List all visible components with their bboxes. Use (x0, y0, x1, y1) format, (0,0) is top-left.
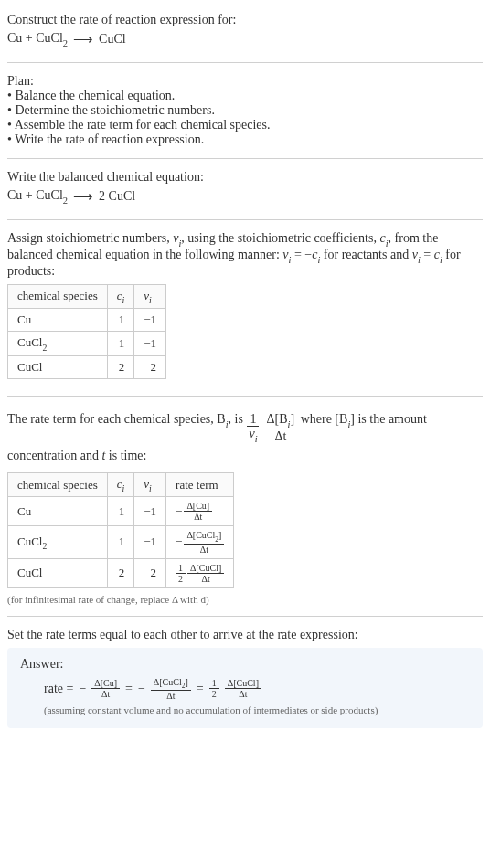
cell-species: Cu (8, 309, 108, 332)
fraction-half: 1 2 (176, 563, 186, 584)
cell-ci: 2 (107, 355, 134, 378)
col-ci: ci (107, 472, 134, 497)
cell-ci: 1 (107, 497, 134, 526)
stoich-section: Assign stoichiometric numbers, νi, using… (7, 226, 483, 390)
col-ci: ci (107, 284, 134, 309)
cell-species: CuCl2 (8, 332, 108, 356)
stoich-text: Assign stoichiometric numbers, νi, using… (7, 231, 483, 279)
fraction: Δ[Cu] Δt (91, 678, 120, 699)
eq-lhs: Cu + CuCl2 (7, 188, 68, 205)
col-rate: rate term (166, 472, 234, 497)
divider (7, 62, 483, 63)
cell-nui: −1 (134, 309, 166, 332)
table-header-row: chemical species ci νi rate term (8, 472, 234, 497)
divider (7, 616, 483, 617)
intro-prompt: Construct the rate of reaction expressio… (7, 13, 483, 27)
rate-text: The rate term for each chemical species,… (7, 408, 483, 467)
cell-species: CuCl (8, 558, 108, 587)
col-species: chemical species (8, 284, 108, 309)
cell-rate: − Δ[CuCl2] Δt (166, 526, 234, 558)
table-row: Cu 1 −1 − Δ[Cu] Δt (8, 497, 234, 526)
cell-nui: −1 (134, 332, 166, 356)
cell-nui: −1 (134, 497, 166, 526)
unbalanced-equation: Cu + CuCl2 ⟶ CuCl (7, 31, 483, 48)
intro-section: Construct the rate of reaction expressio… (7, 7, 483, 57)
table-row: CuCl 2 2 1 2 Δ[CuCl] Δt (8, 558, 234, 587)
fraction: Δ[CuCl2] Δt (151, 677, 191, 701)
rate-table: chemical species ci νi rate term Cu 1 −1… (7, 472, 234, 588)
balanced-equation: Cu + CuCl2 ⟶ 2 CuCl (7, 188, 483, 205)
cell-nui: 2 (134, 558, 166, 587)
cell-rate: 1 2 Δ[CuCl] Δt (166, 558, 234, 587)
answer-equation: rate = − Δ[Cu] Δt = − Δ[CuCl2] Δt = 1 2 … (44, 677, 470, 701)
final-section: Set the rate terms equal to each other t… (7, 622, 483, 734)
cell-species: CuCl (8, 355, 108, 378)
divider (7, 219, 483, 220)
answer-note: (assuming constant volume and no accumul… (44, 704, 470, 715)
fraction: Δ[Cu] Δt (184, 501, 212, 522)
stoich-table: chemical species ci νi Cu 1 −1 CuCl2 1 −… (7, 284, 166, 379)
plan-section: Plan: • Balance the chemical equation. •… (7, 69, 483, 153)
eq-rhs: CuCl (99, 32, 126, 47)
table-row: CuCl2 1 −1 (8, 332, 166, 356)
cell-ci: 1 (107, 332, 134, 356)
answer-label: Answer: (20, 657, 470, 672)
plan-bullet-2: • Determine the stoichiometric numbers. (7, 103, 483, 118)
answer-box: Answer: rate = − Δ[Cu] Δt = − Δ[CuCl2] Δ… (7, 648, 483, 728)
table-row: CuCl 2 2 (8, 355, 166, 378)
cell-ci: 1 (107, 526, 134, 558)
arrow-icon: ⟶ (73, 188, 93, 205)
cell-ci: 1 (107, 309, 134, 332)
eq-lhs: Cu + CuCl2 (7, 31, 68, 48)
cell-rate: − Δ[Cu] Δt (166, 497, 234, 526)
fraction: Δ[CuCl2] Δt (184, 530, 224, 554)
fraction-half: 1 2 (209, 678, 219, 699)
balanced-section: Write the balanced chemical equation: Cu… (7, 164, 483, 214)
table-header-row: chemical species ci νi (8, 284, 166, 309)
plan-bullet-4: • Write the rate of reaction expression. (7, 132, 483, 147)
final-text: Set the rate terms equal to each other t… (7, 628, 483, 642)
divider (7, 396, 483, 397)
col-nui: νi (134, 284, 166, 309)
table-row: CuCl2 1 −1 − Δ[CuCl2] Δt (8, 526, 234, 558)
fraction: 1 νi (246, 412, 260, 444)
arrow-icon: ⟶ (73, 31, 93, 48)
col-nui: νi (134, 472, 166, 497)
infinitesimal-note: (for infinitesimal rate of change, repla… (7, 594, 483, 605)
eq-rhs: 2 CuCl (99, 189, 135, 204)
plan-bullet-3: • Assemble the rate term for each chemic… (7, 118, 483, 132)
cell-species: CuCl2 (8, 526, 108, 558)
cell-ci: 2 (107, 558, 134, 587)
plan-bullet-1: • Balance the chemical equation. (7, 89, 483, 103)
fraction: Δ[CuCl] Δt (225, 678, 261, 699)
plan-heading: Plan: (7, 74, 483, 89)
balanced-heading: Write the balanced chemical equation: (7, 170, 483, 185)
fraction: Δ[CuCl] Δt (187, 563, 224, 584)
col-species: chemical species (8, 472, 108, 497)
cell-species: Cu (8, 497, 108, 526)
cell-nui: −1 (134, 526, 166, 558)
table-row: Cu 1 −1 (8, 309, 166, 332)
cell-nui: 2 (134, 355, 166, 378)
rate-section: The rate term for each chemical species,… (7, 402, 483, 610)
fraction: Δ[Bi] Δt (264, 412, 298, 444)
divider (7, 158, 483, 159)
